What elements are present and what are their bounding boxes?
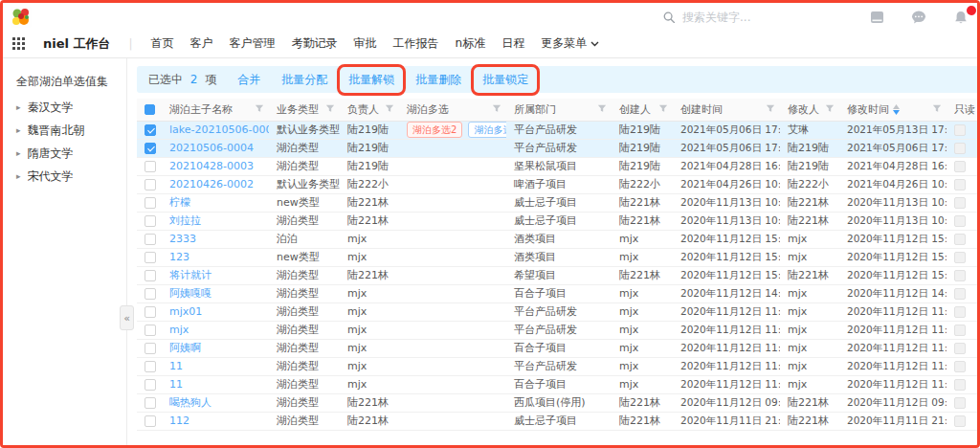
column-header[interactable]: 所属部门 bbox=[506, 99, 612, 121]
row-checkbox[interactable] bbox=[145, 124, 156, 136]
table-row[interactable]: 柠檬 new类型 陆221林 威士忌子项目 陆221林 2020年11月13日 … bbox=[137, 193, 980, 212]
toolbar-action[interactable]: 批量分配 bbox=[281, 73, 327, 86]
lake-name-link[interactable]: 20210428-0003 bbox=[169, 160, 254, 172]
table-row[interactable]: 11 湖泊类型 mjx 平台产品研发 mjx 2020年11月12日 11:11… bbox=[137, 357, 980, 375]
toolbar-action[interactable]: 合并 bbox=[237, 73, 260, 86]
table-row[interactable]: 20210426-0002 默认业务类型 陆222小 啤酒子项目 陆222小 2… bbox=[137, 175, 980, 193]
filter-icon[interactable] bbox=[597, 103, 607, 116]
row-checkbox[interactable] bbox=[145, 306, 156, 318]
column-header[interactable]: 负责人 bbox=[340, 99, 399, 121]
sort-icon[interactable] bbox=[893, 104, 900, 115]
row-checkbox[interactable] bbox=[145, 325, 156, 336]
row-checkbox[interactable] bbox=[145, 397, 156, 409]
column-header[interactable]: 创建时间 bbox=[673, 99, 780, 121]
lake-name-link[interactable]: 喝热狗人 bbox=[169, 396, 212, 409]
toolbar-action[interactable]: 批量锁定 bbox=[482, 73, 528, 86]
lake-name-link[interactable]: lake-20210506-0005 bbox=[169, 123, 269, 136]
lake-name-link[interactable]: 阿姨嘎嘎 bbox=[169, 287, 212, 300]
lake-name-link[interactable]: 20210506-0004 bbox=[169, 142, 254, 154]
lake-name-link[interactable]: 刘拉拉 bbox=[169, 214, 201, 227]
select-all-header[interactable] bbox=[137, 99, 162, 121]
toolbar-action[interactable]: 批量删除 bbox=[415, 73, 461, 86]
nav-item-客户管理[interactable]: 客户管理 bbox=[230, 35, 276, 52]
book-icon[interactable] bbox=[868, 10, 885, 25]
row-checkbox[interactable] bbox=[145, 270, 156, 281]
lake-name-link[interactable]: 20210426-0002 bbox=[169, 178, 254, 190]
expand-arrow-icon[interactable]: ▸ bbox=[16, 149, 21, 158]
column-header[interactable]: 湖泊主子名称 bbox=[162, 99, 269, 121]
expand-arrow-icon[interactable]: ▸ bbox=[16, 172, 21, 181]
nav-item-考勤记录[interactable]: 考勤记录 bbox=[292, 35, 338, 52]
row-checkbox[interactable] bbox=[145, 379, 156, 391]
filter-icon[interactable] bbox=[385, 103, 394, 116]
expand-arrow-icon[interactable]: ▸ bbox=[16, 126, 21, 135]
lake-name-link[interactable]: mjx01 bbox=[169, 305, 202, 318]
lake-name-link[interactable]: 123 bbox=[169, 251, 189, 263]
nav-item-日程[interactable]: 日程 bbox=[501, 35, 524, 52]
sidebar-tree-item[interactable]: ▸ 秦汉文学 bbox=[16, 100, 126, 115]
filter-icon[interactable] bbox=[766, 103, 775, 116]
filter-icon[interactable] bbox=[325, 103, 335, 116]
search-input[interactable] bbox=[682, 11, 795, 24]
row-checkbox[interactable] bbox=[145, 361, 156, 372]
lake-name-link[interactable]: 阿姨啊 bbox=[169, 342, 201, 354]
nav-item-工作报告[interactable]: 工作报告 bbox=[393, 35, 439, 52]
table-row[interactable]: 将计就计 湖泊类型 陆221林 希望项目 陆221林 2020年11月12日 1… bbox=[137, 266, 980, 284]
table-row[interactable]: 20210506-0004 湖泊类型 陆219陆 平台产品研发 陆219陆 20… bbox=[137, 139, 980, 157]
expand-arrow-icon[interactable]: ▸ bbox=[16, 103, 21, 112]
table-row[interactable]: 阿姨嘎嘎 湖泊类型 mjx 百合子项目 mjx 2020年11月12日 14:3… bbox=[137, 284, 980, 302]
sidebar-tree-item[interactable]: ▸ 魏晋南北朝 bbox=[16, 123, 126, 138]
row-checkbox[interactable] bbox=[145, 343, 156, 354]
column-header[interactable]: 修改人 bbox=[780, 99, 839, 121]
row-checkbox[interactable] bbox=[145, 215, 156, 227]
row-checkbox[interactable] bbox=[145, 143, 156, 154]
nav-more-menu[interactable]: 更多菜单 bbox=[541, 35, 599, 52]
table-row[interactable]: 11 湖泊类型 mjx 百合子项目 mjx 2020年11月12日 11:04 … bbox=[137, 375, 980, 393]
table-row[interactable]: 20210428-0003 湖泊类型 陆219陆 坚果松鼠项目 陆219陆 20… bbox=[137, 157, 980, 175]
lake-name-link[interactable]: 11 bbox=[169, 360, 183, 372]
row-checkbox[interactable] bbox=[145, 252, 156, 263]
row-checkbox[interactable] bbox=[145, 161, 156, 172]
filter-icon[interactable] bbox=[932, 103, 942, 116]
table-row[interactable]: 123 new类型 mjx 酒类项目 mjx 2020年11月12日 15:25… bbox=[137, 248, 980, 266]
apps-grid-icon[interactable] bbox=[12, 37, 25, 50]
lake-name-link[interactable]: 112 bbox=[169, 414, 189, 427]
row-checkbox[interactable] bbox=[145, 288, 156, 300]
table-row[interactable]: mjx01 湖泊类型 mjx 平台产品研发 mjx 2020年11月12日 11… bbox=[137, 302, 980, 321]
row-checkbox[interactable] bbox=[145, 415, 156, 427]
row-checkbox[interactable] bbox=[145, 197, 156, 209]
table-row[interactable]: 阿姨啊 湖泊类型 mjx 百合子项目 mjx 2020年11月12日 11:16… bbox=[137, 339, 980, 357]
message-icon[interactable] bbox=[910, 10, 927, 25]
lake-name-link[interactable]: 将计就计 bbox=[169, 269, 212, 281]
table-row[interactable]: lake-20210506-0005 默认业务类型 陆219陆 湖泊多选2湖泊多… bbox=[137, 121, 980, 139]
filter-icon[interactable] bbox=[255, 103, 264, 116]
toolbar-action[interactable]: 批量解锁 bbox=[348, 73, 394, 86]
row-checkbox[interactable] bbox=[145, 234, 156, 245]
nav-item-n标准[interactable]: n标准 bbox=[456, 35, 486, 52]
filter-icon[interactable] bbox=[825, 103, 835, 116]
nav-item-首页[interactable]: 首页 bbox=[151, 35, 174, 52]
filter-icon[interactable] bbox=[658, 103, 668, 116]
table-row[interactable]: 112 湖泊类型 陆221林 威士忌子项目 陆221林 2020年11月11日 … bbox=[137, 412, 980, 430]
nav-item-客户[interactable]: 客户 bbox=[190, 35, 213, 52]
app-logo-icon[interactable] bbox=[11, 7, 32, 28]
bell-icon[interactable] bbox=[952, 10, 969, 25]
column-header[interactable]: 业务类型 bbox=[269, 99, 340, 121]
lake-name-link[interactable]: mjx bbox=[169, 324, 189, 336]
column-header[interactable]: 创建人 bbox=[612, 99, 673, 121]
filter-icon[interactable] bbox=[492, 103, 501, 116]
sidebar-tree-item[interactable]: ▸ 隋唐文学 bbox=[16, 146, 126, 161]
table-row[interactable]: mjx 湖泊类型 mjx 平台产品研发 mjx 2020年11月12日 11:4… bbox=[137, 321, 980, 339]
table-row[interactable]: 喝热狗人 湖泊类型 陆221林 西瓜项目(停用) 陆221林 2020年11月1… bbox=[137, 393, 980, 412]
nav-item-审批[interactable]: 审批 bbox=[354, 35, 377, 52]
column-header[interactable]: 湖泊多选 bbox=[399, 99, 506, 121]
table-row[interactable]: 刘拉拉 湖泊类型 陆221林 威士忌子项目 陆221林 2020年11月13日 … bbox=[137, 212, 980, 230]
lake-name-link[interactable]: 11 bbox=[169, 378, 183, 391]
sidebar-tree-item[interactable]: ▸ 宋代文学 bbox=[16, 168, 126, 184]
lake-name-link[interactable]: 2333 bbox=[169, 233, 196, 245]
row-checkbox[interactable] bbox=[145, 179, 156, 190]
column-header[interactable]: 只读 bbox=[947, 99, 980, 121]
column-header[interactable]: 修改时间 bbox=[839, 99, 947, 121]
select-all-checkbox[interactable] bbox=[145, 104, 155, 115]
sidebar-collapse-handle[interactable]: « bbox=[120, 305, 134, 330]
